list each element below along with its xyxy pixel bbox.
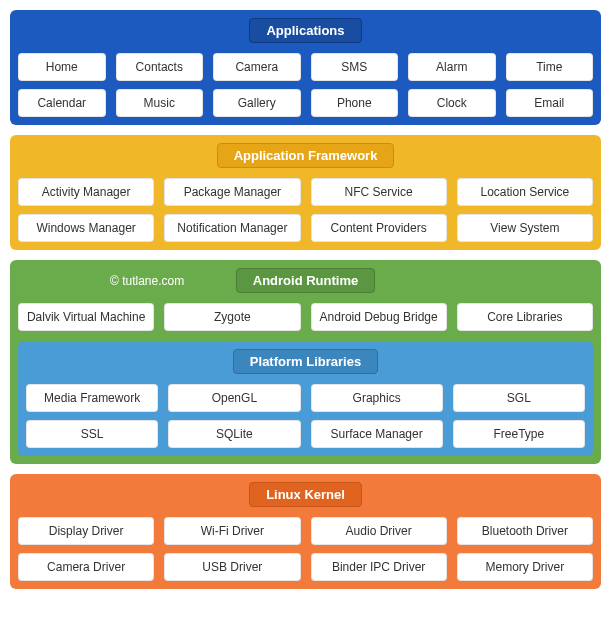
- platform-row-1: Media Framework OpenGL Graphics SGL: [26, 384, 585, 412]
- kn-usb-driver: USB Driver: [164, 553, 300, 581]
- pl-sqlite: SQLite: [168, 420, 300, 448]
- fw-package-manager: Package Manager: [164, 178, 300, 206]
- app-alarm: Alarm: [408, 53, 496, 81]
- rt-adb: Android Debug Bridge: [311, 303, 447, 331]
- app-home: Home: [18, 53, 106, 81]
- pl-ssl: SSL: [26, 420, 158, 448]
- applications-row-2: Calendar Music Gallery Phone Clock Email: [18, 89, 593, 117]
- layer-platform: Platform Libraries Media Framework OpenG…: [18, 341, 593, 456]
- kernel-row-2: Camera Driver USB Driver Binder IPC Driv…: [18, 553, 593, 581]
- layer-title-platform: Platform Libraries: [233, 349, 378, 374]
- runtime-row-1: Dalvik Virtual Machine Zygote Android De…: [18, 303, 593, 331]
- pl-media-framework: Media Framework: [26, 384, 158, 412]
- kernel-row-1: Display Driver Wi-Fi Driver Audio Driver…: [18, 517, 593, 545]
- applications-row-1: Home Contacts Camera SMS Alarm Time: [18, 53, 593, 81]
- framework-row-1: Activity Manager Package Manager NFC Ser…: [18, 178, 593, 206]
- app-email: Email: [506, 89, 594, 117]
- fw-content-providers: Content Providers: [311, 214, 447, 242]
- fw-nfc-service: NFC Service: [311, 178, 447, 206]
- pl-freetype: FreeType: [453, 420, 585, 448]
- app-contacts: Contacts: [116, 53, 204, 81]
- layer-title-runtime: Android Runtime: [236, 268, 375, 293]
- kn-bluetooth-driver: Bluetooth Driver: [457, 517, 593, 545]
- layer-title-kernel: Linux Kernel: [249, 482, 362, 507]
- kn-audio-driver: Audio Driver: [311, 517, 447, 545]
- app-clock: Clock: [408, 89, 496, 117]
- app-gallery: Gallery: [213, 89, 301, 117]
- app-phone: Phone: [311, 89, 399, 117]
- app-music: Music: [116, 89, 204, 117]
- pl-surface-manager: Surface Manager: [311, 420, 443, 448]
- layer-framework: Application Framework Activity Manager P…: [10, 135, 601, 250]
- kn-camera-driver: Camera Driver: [18, 553, 154, 581]
- app-calendar: Calendar: [18, 89, 106, 117]
- rt-zygote: Zygote: [164, 303, 300, 331]
- kn-binder-ipc-driver: Binder IPC Driver: [311, 553, 447, 581]
- kn-memory-driver: Memory Driver: [457, 553, 593, 581]
- platform-row-2: SSL SQLite Surface Manager FreeType: [26, 420, 585, 448]
- fw-activity-manager: Activity Manager: [18, 178, 154, 206]
- layer-title-framework: Application Framework: [217, 143, 395, 168]
- layer-runtime: © tutlane.com Android Runtime Dalvik Vir…: [10, 260, 601, 464]
- layer-applications: Applications Home Contacts Camera SMS Al…: [10, 10, 601, 125]
- app-time: Time: [506, 53, 594, 81]
- watermark: © tutlane.com: [110, 274, 184, 288]
- app-sms: SMS: [311, 53, 399, 81]
- rt-core-libraries: Core Libraries: [457, 303, 593, 331]
- kn-display-driver: Display Driver: [18, 517, 154, 545]
- fw-notification-manager: Notification Manager: [164, 214, 300, 242]
- pl-opengl: OpenGL: [168, 384, 300, 412]
- rt-dalvik: Dalvik Virtual Machine: [18, 303, 154, 331]
- fw-location-service: Location Service: [457, 178, 593, 206]
- app-camera: Camera: [213, 53, 301, 81]
- layer-title-applications: Applications: [249, 18, 361, 43]
- pl-graphics: Graphics: [311, 384, 443, 412]
- fw-view-system: View System: [457, 214, 593, 242]
- layer-kernel: Linux Kernel Display Driver Wi-Fi Driver…: [10, 474, 601, 589]
- pl-sgl: SGL: [453, 384, 585, 412]
- framework-row-2: Windows Manager Notification Manager Con…: [18, 214, 593, 242]
- fw-windows-manager: Windows Manager: [18, 214, 154, 242]
- kn-wifi-driver: Wi-Fi Driver: [164, 517, 300, 545]
